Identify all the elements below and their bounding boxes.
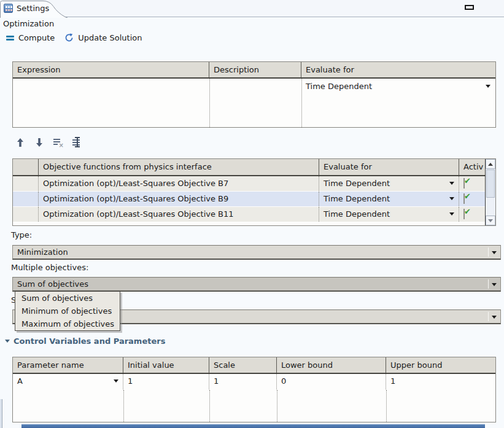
scale-cell[interactable]: 1 [209, 374, 277, 389]
chevron-down-icon[interactable] [486, 85, 490, 88]
column-header-lower-bound: Lower bound [277, 357, 386, 373]
initial-value-cell[interactable]: 1 [123, 374, 209, 389]
update-solution-label: Update Solution [78, 33, 142, 42]
settings-panel: Settings Optimization Compute Update Sol… [0, 0, 504, 428]
move-up-icon [16, 138, 25, 147]
scroll-down-button[interactable] [486, 216, 495, 225]
objective-row[interactable]: Optimization (opt)/Least-Squares Objecti… [13, 176, 485, 192]
adjacent-panel-edge [0, 399, 2, 428]
objective-row-selected[interactable]: Optimization (opt)/Least-Squares Objecti… [13, 192, 485, 207]
objective-table-header: Objective functions from physics interfa… [13, 159, 485, 176]
active-checkbox[interactable]: ✔ [463, 209, 465, 219]
parameter-table-header: Parameter name Initial value Scale Lower… [13, 357, 495, 374]
multiple-objectives-value: Sum of objectives [17, 279, 88, 289]
section-title: Control Variables and Parameters [14, 337, 165, 346]
objective-cell[interactable]: Optimization (opt)/Least-Squares Objecti… [39, 176, 319, 191]
evaluate-for-cell[interactable]: Time Dependent [319, 207, 459, 222]
column-header-description: Description [209, 62, 301, 77]
dropdown-option-minimum[interactable]: Minimum of objectives [15, 305, 120, 317]
active-cell[interactable]: ✔ [459, 192, 485, 206]
evaluate-for-cell[interactable]: Time Dependent [319, 192, 459, 206]
column-separator [301, 79, 302, 127]
evaluate-for-cell[interactable]: Time Dependent [306, 82, 482, 91]
check-icon: ✔ [464, 176, 471, 185]
move-up-button[interactable] [15, 137, 26, 148]
multiple-objectives-dropdown: Sum of objectives Minimum of objectives … [15, 291, 120, 331]
compute-icon [6, 34, 14, 42]
section-control-variables[interactable]: Control Variables and Parameters [5, 337, 165, 346]
column-header-parameter-name: Parameter name [13, 357, 123, 373]
compute-label: Compute [18, 33, 55, 42]
active-cell[interactable]: ✔ [459, 207, 485, 222]
chevron-down-icon [492, 283, 497, 286]
settings-toolbar: Compute Update Solution [6, 33, 142, 42]
objective-table: Objective functions from physics interfa… [12, 158, 496, 226]
move-down-icon [35, 138, 44, 147]
minimize-icon[interactable] [465, 5, 474, 10]
column-header-initial-value: Initial value [123, 357, 209, 373]
type-label: Type: [11, 230, 32, 239]
combo-separator [488, 247, 489, 257]
chevron-down-icon[interactable] [114, 379, 118, 383]
evaluate-for-cell[interactable]: Time Dependent [319, 176, 459, 191]
settings-icon [4, 4, 13, 13]
combo-separator [488, 312, 489, 321]
chevron-down-icon [492, 316, 497, 319]
tab-bar: Settings [0, 0, 504, 17]
chevron-down-icon [492, 251, 497, 254]
rownum-cell [13, 192, 39, 206]
objective-cell[interactable]: Optimization (opt)/Least-Squares Objecti… [39, 207, 319, 222]
scroll-up-icon [488, 163, 493, 166]
column-header-expression: Expression [13, 62, 209, 77]
collapse-triangle-icon [5, 340, 10, 343]
compute-button[interactable]: Compute [6, 33, 55, 42]
clear-table-button[interactable]: × [53, 137, 64, 148]
scroll-down-icon [488, 219, 493, 222]
load-table-button[interactable] [72, 137, 83, 148]
node-label: Optimization [3, 19, 54, 28]
active-checkbox[interactable]: ✔ [463, 178, 465, 189]
clear-table-icon: × [59, 142, 64, 149]
column-header-upper-bound: Upper bound [386, 357, 495, 373]
rownum-cell [13, 207, 39, 222]
tab-settings[interactable]: Settings [0, 0, 69, 17]
expression-table: Expression Description Evaluate for Time… [12, 61, 496, 128]
chevron-down-icon[interactable] [449, 197, 454, 200]
column-header-active: Activ [459, 159, 485, 175]
check-icon: ✔ [464, 207, 471, 216]
column-header-evaluate-for: Evaluate for [301, 62, 495, 77]
dropdown-option-sum[interactable]: Sum of objectives [15, 292, 120, 305]
scroll-up-button[interactable] [486, 159, 495, 169]
column-separator [209, 79, 210, 127]
expression-table-body[interactable]: Time Dependent [13, 79, 495, 127]
active-checkbox[interactable]: ✔ [463, 193, 465, 204]
parameter-name-cell[interactable]: A [13, 374, 123, 389]
expression-table-header: Expression Description Evaluate for [13, 62, 495, 79]
multiple-objectives-label: Multiple objectives: [11, 263, 88, 272]
column-header-evaluate-for: Evaluate for [319, 159, 459, 175]
type-combobox[interactable]: Minimization [12, 245, 501, 260]
move-down-button[interactable] [34, 137, 45, 148]
lower-bound-cell[interactable]: 0 [277, 374, 386, 389]
type-value: Minimization [17, 247, 68, 257]
combo-separator [488, 279, 489, 289]
chevron-down-icon[interactable] [449, 212, 454, 216]
column-header-scale: Scale [209, 357, 277, 373]
scrollbar-thumb[interactable] [486, 169, 495, 198]
dropdown-option-maximum[interactable]: Maximum of objectives [15, 317, 120, 330]
column-separator [209, 390, 210, 422]
update-solution-button[interactable]: Update Solution [64, 33, 142, 42]
chevron-down-icon[interactable] [449, 182, 454, 185]
upper-bound-cell[interactable]: 1 [386, 374, 495, 389]
parameter-table-empty-area[interactable] [13, 390, 495, 422]
lower-panel-top-edge [21, 424, 485, 428]
parameter-row[interactable]: A 1 1 0 1 [13, 374, 495, 390]
refresh-icon [64, 33, 74, 42]
tab-title: Settings [17, 4, 49, 13]
active-cell[interactable]: ✔ [459, 176, 485, 191]
vertical-scrollbar[interactable] [485, 159, 495, 225]
multiple-objectives-combobox[interactable]: Sum of objectives [12, 277, 501, 292]
objective-cell[interactable]: Optimization (opt)/Least-Squares Objecti… [39, 192, 319, 206]
objective-row[interactable]: Optimization (opt)/Least-Squares Objecti… [13, 207, 485, 222]
column-separator [123, 390, 124, 422]
